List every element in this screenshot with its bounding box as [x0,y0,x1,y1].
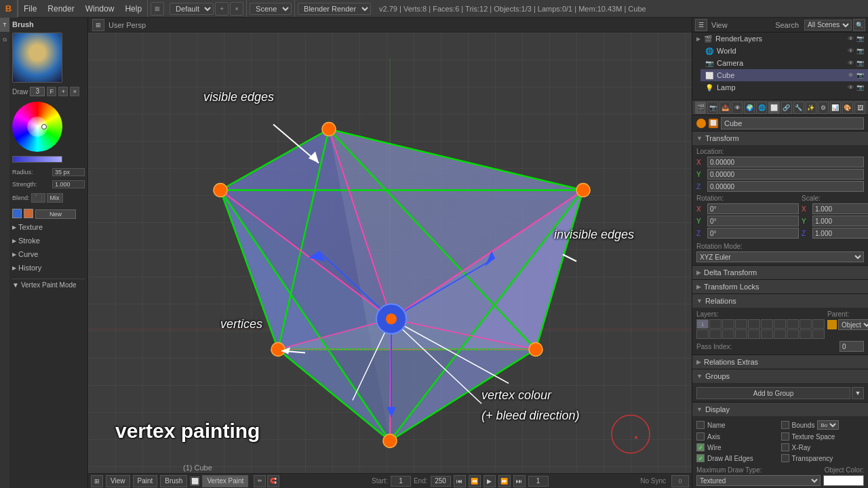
play-end-btn[interactable]: ⏭ [513,475,526,487]
display-header[interactable]: ▼ Display [692,403,868,416]
engine-select[interactable]: Blender Render [298,3,371,15]
strength-value[interactable]: 1.000 [52,180,85,188]
snap-btn[interactable]: 🧲 [267,475,279,487]
object-color-swatch[interactable] [823,475,864,486]
layer-20[interactable] [812,329,825,339]
texture-section[interactable]: ▶ Texture [12,222,85,232]
editor-type-btn[interactable]: ⊞ [151,2,164,16]
rotation-mode-select[interactable]: XYZ Euler [696,251,864,262]
layer-17[interactable] [774,329,786,339]
frame-start-input[interactable] [391,476,411,487]
brush-menu-btn[interactable]: Brush [160,475,187,487]
cube-eye[interactable]: 👁 [848,72,854,79]
pass-index-input[interactable] [840,341,864,352]
view-menu-btn[interactable]: View [106,475,130,487]
bounds-select[interactable]: Box [817,420,839,430]
curve-section[interactable]: ▶ Curve [12,249,85,260]
layer-8[interactable] [787,319,799,329]
parent-select[interactable]: Object [838,319,868,330]
scenes-select[interactable]: All Scenes [804,20,852,30]
new-button[interactable]: New [35,209,76,219]
layer-16[interactable] [761,329,773,339]
output-props-btn[interactable]: 📤 [719,102,730,114]
current-frame-input[interactable] [528,476,549,487]
color-bar[interactable] [12,156,62,163]
paint-menu-btn[interactable]: Paint [133,475,158,487]
layer-19[interactable] [800,329,812,339]
layer-14[interactable] [735,329,747,339]
layout-add-btn[interactable]: + [215,2,229,16]
object-name-input[interactable] [721,117,864,129]
vertex-paint-mode-btn[interactable]: Vertex Paint [202,475,248,487]
viewport-canvas[interactable]: visible edges invisible edges vertices v… [88,33,692,473]
lamp-render[interactable]: 📷 [856,84,864,91]
layer-11[interactable] [696,329,709,339]
layer-10[interactable] [812,319,825,329]
f-button[interactable]: F [47,87,56,96]
layer-4[interactable] [735,319,747,329]
transform-header[interactable]: ▼ Transform [692,131,868,145]
tools-tab[interactable]: T [0,18,9,33]
play-btn[interactable]: ▶ [484,475,496,487]
layer-6[interactable] [761,319,773,329]
layer-7[interactable] [774,319,786,329]
camera-eye[interactable]: 👁 [848,60,854,66]
modifiers-btn[interactable]: 🔧 [793,102,804,114]
draw-remove-btn[interactable]: × [70,87,79,96]
layer-13[interactable] [722,329,734,339]
color-swatch-2[interactable] [24,209,33,218]
outliner-item-cube[interactable]: ⬜ Cube 👁 📷 [701,69,868,81]
frame-end-input[interactable] [431,476,451,487]
constraints-btn[interactable]: 🔗 [781,102,792,114]
history-section[interactable]: ▶ History [12,262,85,273]
scene-props-btn[interactable]: 🎬 [695,102,706,114]
layer-15[interactable] [748,329,760,339]
3d-viewport[interactable]: ⊞ User Persp [88,18,692,488]
xray-check[interactable] [781,443,789,451]
scene-props-2-btn[interactable]: 🌍 [744,102,755,114]
rot-z-input[interactable] [707,228,799,239]
color-wheel[interactable] [12,102,62,152]
delta-transform-header[interactable]: ▶ Delta Transform [692,266,868,279]
groups-header[interactable]: ▼ Groups [692,369,868,383]
draw-value[interactable]: 3 [30,87,45,96]
next-frame-btn[interactable]: ⏩ [498,475,511,487]
vertex-paint-icon[interactable]: ⬜ [190,476,199,486]
loc-y-input[interactable] [707,169,864,180]
object-props-btn[interactable]: ⬜ [768,102,779,114]
layer-1[interactable]: 1 [696,319,709,329]
wire-check[interactable] [696,443,705,451]
draw-mode-btn[interactable]: ✏ [254,475,266,487]
radius-value[interactable]: 35 px [52,168,85,176]
renderlayers-render[interactable]: 📷 [856,35,864,42]
cube-render[interactable]: 📷 [856,72,864,79]
layer-9[interactable] [800,319,812,329]
world-render[interactable]: 📷 [856,47,864,54]
rot-y-input[interactable] [707,216,799,226]
relations-header[interactable]: ▼ Relations [692,294,868,308]
layout-select[interactable]: Default [170,3,214,15]
outliner-view-btn[interactable]: ☰ [695,19,707,31]
prev-frame-btn[interactable]: ⏪ [469,475,481,487]
outliner-filter-btn[interactable]: 🔍 [853,19,865,31]
stroke-section[interactable]: ▶ Stroke [12,235,85,246]
transform-locks-header[interactable]: ▶ Transform Locks [692,280,868,293]
scene-select[interactable]: Scene [250,3,292,15]
world-eye[interactable]: 👁 [848,47,854,54]
view-layer-props-btn[interactable]: 👁 [732,102,743,114]
world-props-btn[interactable]: 🌐 [756,102,767,114]
transparency-check[interactable] [781,454,789,462]
window-menu[interactable]: Window [80,0,120,17]
name-check[interactable] [696,421,705,429]
outliner-item-world[interactable]: 🌐 World 👁 📷 [701,45,868,57]
layer-18[interactable] [787,329,799,339]
loc-x-input[interactable] [707,157,864,167]
help-menu[interactable]: Help [119,0,147,17]
camera-render[interactable]: 📷 [856,60,864,66]
outliner-item-camera[interactable]: 📷 Camera 👁 📷 [701,57,868,69]
material-btn[interactable]: 🎨 [842,102,853,114]
viewport-menu-btn[interactable]: ⊞ [92,19,104,31]
max-draw-select[interactable]: Textured [696,475,821,486]
color-swatch-1[interactable] [12,209,22,218]
relations-extras-header[interactable]: ▶ Relations Extras [692,355,868,369]
